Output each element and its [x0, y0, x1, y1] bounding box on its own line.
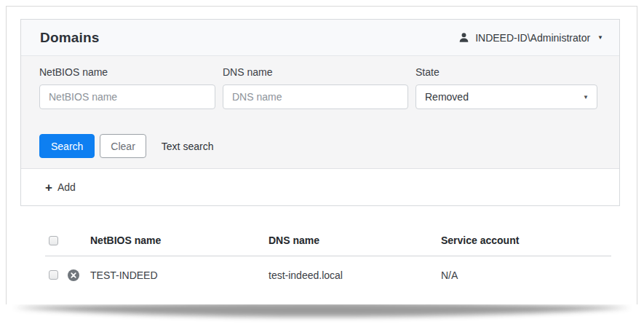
state-selected-value: Removed	[425, 91, 469, 103]
netbios-label: NetBIOS name	[39, 66, 215, 78]
text-search-link[interactable]: Text search	[162, 141, 214, 152]
add-toolbar: + Add	[21, 169, 619, 205]
filter-button-row: Search Clear Text search	[39, 134, 619, 168]
dns-input[interactable]	[223, 84, 408, 109]
col-header-service-account: Service account	[441, 235, 611, 246]
col-header-netbios: NetBIOS name	[90, 235, 269, 246]
netbios-field-group: NetBIOS name	[39, 66, 215, 109]
state-field-group: State Removed ▼	[416, 66, 597, 109]
dns-field-group: DNS name	[223, 66, 408, 109]
domains-table: NetBIOS name DNS name Service account TE…	[45, 225, 611, 293]
user-caret-down-icon: ▼	[597, 34, 603, 41]
user-icon	[458, 32, 469, 43]
filter-section: NetBIOS name DNS name State Removed ▼	[21, 56, 619, 169]
row-checkbox[interactable]	[49, 270, 58, 280]
plus-icon: +	[45, 181, 52, 194]
clear-button[interactable]: Clear	[100, 134, 146, 158]
page-title: Domains	[40, 30, 100, 46]
add-label: Add	[57, 181, 76, 193]
add-button[interactable]: + Add	[45, 181, 76, 194]
dns-label: DNS name	[223, 66, 408, 78]
cell-service-account: N/A	[441, 269, 611, 281]
cell-dns: test-indeed.local	[269, 269, 441, 281]
screenshot-frame: Domains INDEED-ID\Administrator ▼	[6, 6, 637, 304]
user-menu[interactable]: INDEED-ID\Administrator ▼	[458, 32, 603, 44]
state-select[interactable]: Removed ▼	[416, 84, 597, 109]
card-header: Domains INDEED-ID\Administrator ▼	[21, 20, 619, 56]
domains-card: Domains INDEED-ID\Administrator ▼	[20, 19, 620, 206]
search-button[interactable]: Search	[39, 134, 95, 158]
table-header-row: NetBIOS name DNS name Service account	[45, 225, 611, 256]
removed-x-icon	[68, 269, 79, 281]
col-header-dns: DNS name	[269, 235, 441, 246]
cell-netbios: TEST-INDEED	[90, 269, 269, 281]
user-name: INDEED-ID\Administrator	[475, 32, 590, 44]
select-all-checkbox[interactable]	[49, 236, 58, 245]
screenshot-stage: Domains INDEED-ID\Administrator ▼	[0, 0, 644, 327]
netbios-input[interactable]	[39, 84, 215, 109]
select-caret-down-icon: ▼	[583, 94, 589, 101]
state-label: State	[416, 66, 597, 78]
table-row[interactable]: TEST-INDEED test-indeed.local N/A	[45, 256, 611, 293]
